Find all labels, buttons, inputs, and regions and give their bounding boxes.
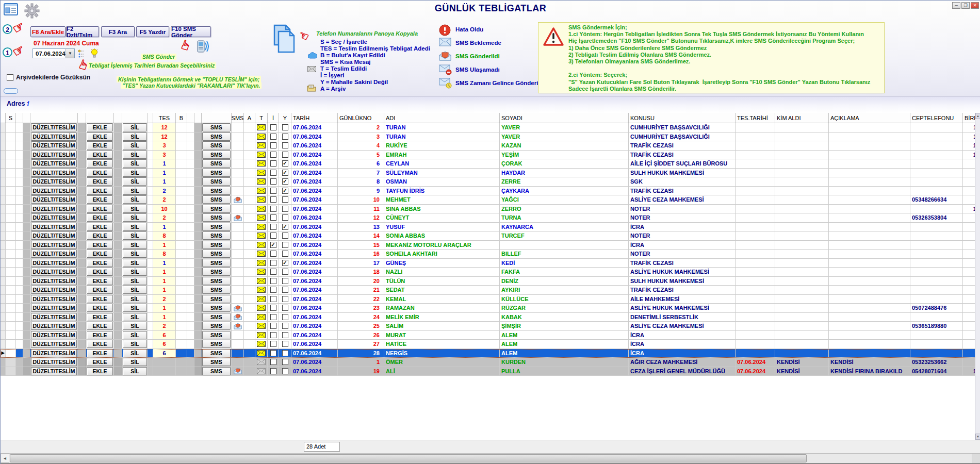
tes-count-cell[interactable] [153,358,176,367]
i-checkbox[interactable] [270,305,276,311]
sil-button[interactable]: SİL [123,313,147,321]
i-checkbox[interactable] [270,341,276,347]
sil-button[interactable]: SİL [123,223,147,231]
s-select-cell[interactable] [6,358,16,367]
table-row[interactable]: ▶DÜZELT/TESLİMEKLESİL6SMS07.06.202428NER… [1,349,980,358]
sil-button[interactable]: SİL [123,277,147,285]
sms-button[interactable]: SMS [202,322,231,330]
s-select-cell[interactable] [6,231,16,240]
table-row[interactable]: DÜZELT/TESLİMEKLESİL6SMS07.06.202426MURA… [1,331,980,340]
sil-button[interactable]: SİL [123,331,147,339]
sms-button[interactable]: SMS [202,331,231,339]
tes-count-cell[interactable]: 12 [153,123,176,132]
s-select-cell[interactable] [6,223,16,231]
table-row[interactable]: DÜZELT/TESLİMEKLESİLSMS07.06.20241ÖMERKU… [1,358,980,367]
duzelt-teslim-button[interactable]: DÜZELT/TESLİM [31,322,77,330]
ekle-button[interactable]: EKLE [87,340,113,348]
y-checkbox[interactable]: ✓ [282,188,288,194]
y-checkbox[interactable] [282,368,288,374]
i-checkbox[interactable] [270,188,276,194]
sil-button[interactable]: SİL [123,177,147,186]
s-select-cell[interactable] [6,132,16,141]
sil-button[interactable]: SİL [123,340,147,348]
duzelt-teslim-button[interactable]: DÜZELT/TESLİM [31,313,77,321]
copy-phones-icon[interactable] [272,23,296,56]
i-checkbox[interactable] [270,269,276,275]
sil-button[interactable]: SİL [123,151,147,159]
ekle-button[interactable]: EKLE [87,187,113,195]
duzelt-teslim-button[interactable]: DÜZELT/TESLİM [31,259,77,267]
vertical-scrollbar[interactable]: ▲ ▼ [975,113,980,440]
s-select-cell[interactable] [6,268,16,276]
table-row[interactable]: DÜZELT/TESLİMEKLESİL3SMS07.06.20244RUKİY… [1,141,980,151]
i-checkbox[interactable] [270,287,276,293]
table-row[interactable]: DÜZELT/TESLİMEKLESİL1SMS07.06.202418NAZL… [1,268,980,277]
s-select-cell[interactable] [6,286,16,294]
ekle-button[interactable]: EKLE [87,304,113,312]
s-select-cell[interactable] [6,250,16,258]
i-checkbox[interactable] [270,224,276,230]
ekle-button[interactable]: EKLE [87,349,113,357]
duzelt-teslim-button[interactable]: DÜZELT/TESLİM [31,340,77,348]
duzelt-teslim-button[interactable]: DÜZELT/TESLİM [31,205,77,213]
y-checkbox[interactable] [282,233,288,239]
s-select-cell[interactable] [6,241,16,250]
chevron-down-icon[interactable]: ▼ [66,49,74,58]
tes-count-cell[interactable]: 2 [153,322,176,330]
table-row[interactable]: DÜZELT/TESLİMEKLESİL2SMS07.06.202422KEMA… [1,295,980,304]
i-checkbox[interactable] [270,160,276,167]
table-row[interactable]: DÜZELT/TESLİMEKLESİL1SMS07.06.202421SEDA… [1,286,980,295]
tes-count-cell[interactable]: 1 [153,169,176,177]
duzelt-teslim-button[interactable]: DÜZELT/TESLİM [31,250,77,258]
tes-count-cell[interactable]: 6 [153,349,176,358]
i-checkbox[interactable] [270,296,276,302]
ekle-button[interactable]: EKLE [87,195,113,204]
sms-button[interactable]: SMS [202,367,231,375]
i-checkbox[interactable] [270,196,276,203]
tes-count-cell[interactable]: 1 [153,304,176,312]
table-row[interactable]: DÜZELT/TESLİMEKLESİL8SMS07.06.202416SOHE… [1,250,980,259]
duzelt-teslim-button[interactable]: DÜZELT/TESLİM [31,231,77,240]
ekle-button[interactable]: EKLE [87,231,113,240]
scroll-left-icon[interactable]: ◂ [1,454,9,463]
duzelt-teslim-button[interactable]: DÜZELT/TESLİM [31,331,77,339]
sms-button[interactable]: SMS [202,358,231,366]
sms-button[interactable]: SMS [202,159,231,168]
duzelt-teslim-button[interactable]: DÜZELT/TESLİM [31,277,77,285]
ekle-button[interactable]: EKLE [87,367,113,375]
duzelt-teslim-button[interactable]: DÜZELT/TESLİM [31,123,77,131]
table-row[interactable]: DÜZELT/TESLİMEKLESİL2SMS07.06.202412CÜNE… [1,213,980,223]
sms-button[interactable]: SMS [202,187,231,195]
y-checkbox[interactable] [282,278,288,284]
ekle-button[interactable]: EKLE [87,205,113,213]
table-row[interactable]: DÜZELT/TESLİMEKLESİL1SMS07.06.202420TÜLÜ… [1,277,980,286]
y-checkbox[interactable] [282,269,288,275]
i-checkbox[interactable] [270,124,276,130]
table-row[interactable]: DÜZELT/TESLİMEKLESİL12SMS07.06.20242TURA… [1,123,980,132]
sms-button[interactable]: SMS [202,231,231,240]
i-checkbox[interactable] [270,214,276,221]
tes-count-cell[interactable]: 1 [153,177,176,186]
i-checkbox[interactable] [270,278,276,284]
s-select-cell[interactable] [6,195,16,204]
f5-yazdir-button[interactable]: F5 Yazdır [136,26,169,37]
maximize-button[interactable]: ❐ [961,2,970,9]
sms-button[interactable]: SMS [202,141,231,150]
i-checkbox[interactable] [270,368,276,374]
tes-count-cell[interactable]: 1 [153,241,176,250]
sil-button[interactable]: SİL [123,367,147,375]
f10-sms-gonder-button[interactable]: F10 SMS Gönder [171,26,211,37]
ekle-button[interactable]: EKLE [87,132,113,141]
s-select-cell[interactable] [6,322,16,330]
ekle-button[interactable]: EKLE [87,177,113,186]
ekle-button[interactable]: EKLE [87,241,113,249]
sil-button[interactable]: SİL [123,286,147,294]
tes-count-cell[interactable]: 2 [153,213,176,222]
sms-button[interactable]: SMS [202,313,231,321]
i-checkbox[interactable] [270,134,276,140]
s-select-cell[interactable] [6,141,16,150]
sms-button[interactable]: SMS [202,268,231,276]
y-checkbox[interactable] [282,359,288,365]
table-row[interactable]: DÜZELT/TESLİMEKLESİL1SMS✓07.06.20246CEYL… [1,159,980,169]
i-checkbox[interactable] [270,260,276,266]
